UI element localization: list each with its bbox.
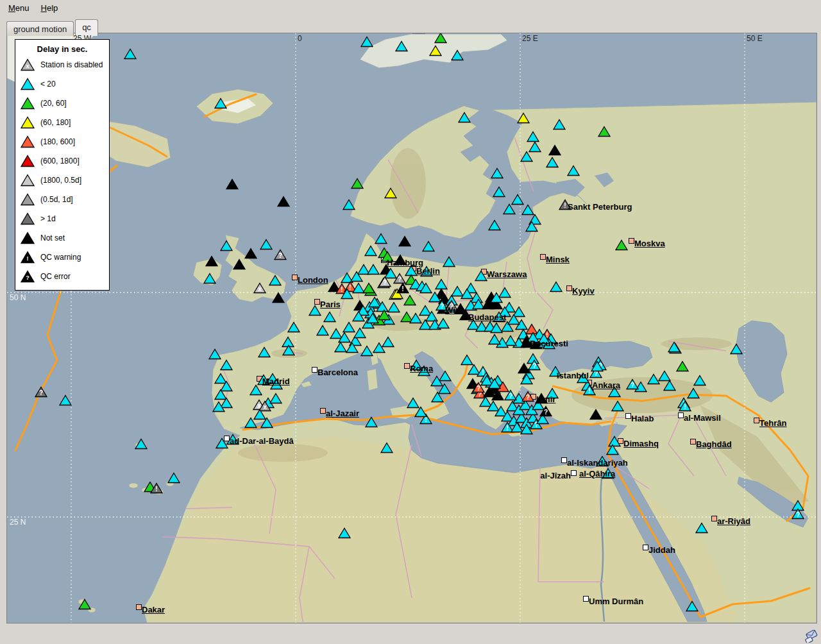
station-marker[interactable] <box>431 391 444 403</box>
station-marker[interactable] <box>668 341 681 353</box>
station-marker[interactable]: ? <box>528 359 541 371</box>
station-marker[interactable] <box>135 438 148 450</box>
station-marker[interactable] <box>244 417 257 428</box>
station-marker[interactable] <box>451 49 464 61</box>
station-marker[interactable] <box>491 167 504 179</box>
station-marker[interactable] <box>598 126 611 137</box>
station-marker[interactable] <box>364 245 377 257</box>
station-marker[interactable] <box>493 186 505 198</box>
station-marker[interactable] <box>520 151 533 162</box>
station-marker[interactable]: ? <box>521 391 534 402</box>
station-marker[interactable] <box>437 318 450 329</box>
station-marker[interactable] <box>443 256 455 267</box>
station-marker[interactable] <box>378 309 391 321</box>
station-marker[interactable] <box>362 282 375 294</box>
station-marker[interactable] <box>503 203 516 215</box>
station-marker[interactable]: ! <box>679 400 691 412</box>
station-marker[interactable] <box>341 288 353 300</box>
station-marker[interactable] <box>272 292 285 303</box>
station-marker[interactable]: x <box>253 282 266 294</box>
station-marker[interactable] <box>205 255 218 267</box>
station-marker[interactable] <box>203 273 216 284</box>
station-marker[interactable] <box>334 341 347 353</box>
station-marker[interactable]: ! <box>396 282 409 294</box>
station-marker[interactable]: ? <box>791 508 804 520</box>
station-marker[interactable] <box>260 239 273 250</box>
station-marker[interactable] <box>520 373 533 385</box>
station-marker[interactable] <box>398 235 411 247</box>
station-marker[interactable] <box>353 327 366 339</box>
station-marker[interactable] <box>434 33 447 44</box>
station-marker[interactable] <box>414 406 427 418</box>
station-marker[interactable] <box>216 437 228 449</box>
station-marker[interactable] <box>316 325 329 336</box>
station-marker[interactable] <box>458 112 471 123</box>
station-marker[interactable] <box>517 112 530 124</box>
station-marker[interactable]: ? <box>539 405 552 417</box>
station-marker[interactable]: ? <box>274 249 287 260</box>
station-marker[interactable] <box>360 36 373 47</box>
station-marker[interactable] <box>676 360 689 372</box>
station-marker[interactable] <box>59 394 72 406</box>
station-marker[interactable] <box>687 387 700 399</box>
station-marker[interactable] <box>461 288 473 300</box>
station-marker[interactable] <box>258 346 271 358</box>
station-marker[interactable] <box>615 239 628 251</box>
station-marker[interactable] <box>730 343 743 355</box>
station-marker[interactable] <box>490 292 503 303</box>
station-marker[interactable] <box>693 375 706 386</box>
station-marker[interactable] <box>244 248 257 259</box>
station-marker[interactable] <box>208 348 221 360</box>
station-marker[interactable] <box>491 389 504 401</box>
station-marker[interactable] <box>507 314 520 325</box>
station-marker[interactable] <box>606 444 619 455</box>
station-marker[interactable] <box>360 345 373 357</box>
station-marker[interactable] <box>250 384 262 396</box>
station-marker[interactable] <box>269 393 282 404</box>
station-marker[interactable] <box>488 378 501 389</box>
station-marker[interactable]: ? <box>378 276 391 287</box>
station-marker[interactable] <box>366 312 379 324</box>
station-marker[interactable] <box>553 119 566 130</box>
station-marker[interactable] <box>287 321 300 333</box>
station-marker[interactable] <box>214 97 227 109</box>
station-marker[interactable] <box>591 360 604 372</box>
station-marker[interactable] <box>548 144 561 156</box>
station-marker[interactable] <box>380 442 393 453</box>
station-marker[interactable] <box>167 472 180 484</box>
station-marker[interactable] <box>658 370 671 382</box>
station-marker[interactable] <box>78 598 91 610</box>
station-marker[interactable] <box>412 33 425 34</box>
station-marker[interactable] <box>384 187 397 199</box>
station-marker[interactable] <box>475 270 487 282</box>
station-marker[interactable] <box>611 400 624 412</box>
station-marker[interactable] <box>589 409 602 420</box>
station-marker[interactable] <box>338 527 351 539</box>
tab-ground-motion[interactable]: ground motion <box>6 21 74 36</box>
station-marker[interactable] <box>365 416 378 428</box>
station-marker[interactable] <box>233 258 246 270</box>
station-marker[interactable] <box>422 241 435 252</box>
station-marker[interactable] <box>351 178 364 189</box>
station-marker[interactable] <box>550 281 563 292</box>
station-marker[interactable] <box>488 219 501 231</box>
station-marker[interactable] <box>567 165 580 176</box>
menu-item-help[interactable]: Help <box>35 1 64 15</box>
station-marker[interactable] <box>346 342 359 353</box>
station-marker[interactable]: ? <box>35 386 47 398</box>
station-marker[interactable] <box>488 334 501 345</box>
station-marker[interactable] <box>309 305 321 316</box>
menu-item-menu[interactable]: Menu <box>3 1 35 15</box>
station-marker[interactable] <box>403 294 416 306</box>
station-marker[interactable] <box>546 157 559 168</box>
station-marker[interactable] <box>226 178 239 190</box>
station-marker[interactable] <box>260 417 273 428</box>
station-marker[interactable] <box>323 311 336 323</box>
station-marker[interactable] <box>220 359 233 371</box>
station-marker[interactable] <box>375 233 387 244</box>
station-marker[interactable] <box>220 240 233 251</box>
station-marker[interactable] <box>490 322 503 334</box>
station-marker[interactable] <box>277 196 290 207</box>
station-marker[interactable] <box>525 221 538 232</box>
station-marker[interactable] <box>395 40 408 52</box>
